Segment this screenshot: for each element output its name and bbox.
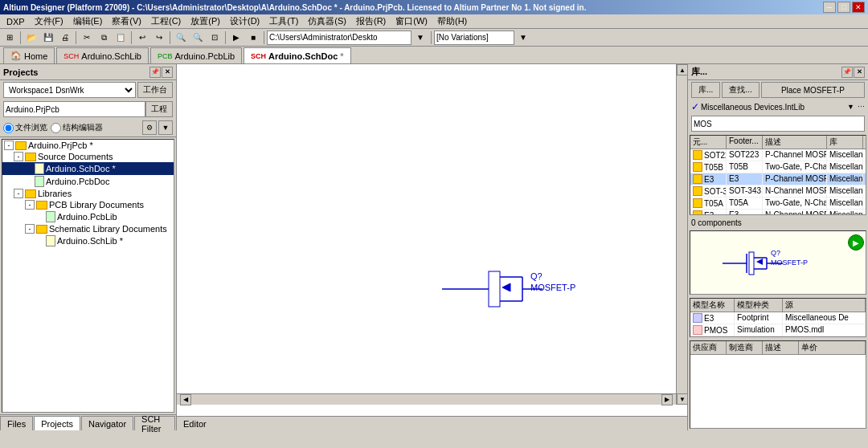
dropdown-arrow[interactable]: ▼ <box>847 103 854 111</box>
supplier-col-supplier: 供应商 <box>690 341 727 354</box>
rp-title-text: 库... <box>691 66 707 78</box>
more-btn[interactable]: ⋯ <box>858 103 865 111</box>
menu-place[interactable]: 放置(P) <box>186 14 225 28</box>
menu-dxp[interactable]: DXP <box>2 16 30 27</box>
maximize-button[interactable]: □ <box>837 2 850 13</box>
panel-pin[interactable]: 📌 <box>149 67 161 78</box>
tab-home[interactable]: 🏠 Home <box>3 47 55 63</box>
search-button[interactable]: 查找... <box>722 82 759 98</box>
tab-schlib[interactable]: SCH Arduino.SchLib <box>56 47 149 63</box>
component-search[interactable] <box>691 116 865 132</box>
result-row-1[interactable]: T05B T05B Two-Gate, P-Chan Miscellan <box>690 161 866 173</box>
tb-fit[interactable]: ⊡ <box>207 30 223 46</box>
panel-close[interactable]: ✕ <box>162 67 173 78</box>
tb-zoom-in[interactable]: 🔍 <box>173 30 189 46</box>
tb-cut[interactable]: ✂ <box>79 30 95 46</box>
tb-redo[interactable]: ↪ <box>151 30 167 46</box>
view-file-radio[interactable] <box>3 123 14 133</box>
tree-schlib[interactable]: Arduino.SchLib * <box>2 234 174 247</box>
tb-copy[interactable]: ⧉ <box>96 30 112 46</box>
bottom-tab-schfilter[interactable]: SCH Filter <box>134 416 175 430</box>
place-button[interactable]: Place MOSFET-P <box>761 82 865 98</box>
editor-area[interactable]: Q? MOSFET-P ◀ ▶ ▲ ▼ <box>177 64 687 416</box>
lib-button[interactable]: 库... <box>691 82 720 98</box>
tb-stop[interactable]: ■ <box>245 30 261 46</box>
rp-controls: 📌 ✕ <box>841 67 865 78</box>
tb-paste[interactable]: 📋 <box>113 30 129 46</box>
model-row-0[interactable]: E3 Footprint Miscellaneous De <box>690 312 866 324</box>
tree-pcblib[interactable]: Arduino.PcbLib <box>2 210 174 223</box>
comp-icon-5 <box>693 210 702 215</box>
result-row-3[interactable]: SOT-343 SOT-343 N-Channel MOSFE Miscella… <box>690 185 866 198</box>
tree-schdoc[interactable]: Arduino.SchDoc * <box>2 162 174 175</box>
path-input[interactable] <box>267 31 411 45</box>
result-row-2[interactable]: E3 E3 P-Channel MOSFE Miscellan <box>690 173 866 185</box>
variations-input[interactable] <box>434 31 514 45</box>
tb-save[interactable]: 💾 <box>40 30 56 46</box>
result-row-0[interactable]: SOT223 SOT223 P-Channel MOSFE Miscellan <box>690 149 866 161</box>
expand-source[interactable]: - <box>14 152 23 161</box>
menu-sim[interactable]: 仿真器(S) <box>303 14 351 28</box>
expand-pcblibdocs[interactable]: - <box>25 200 35 210</box>
tb-zoom-out[interactable]: 🔍 <box>190 30 206 46</box>
tb-open[interactable]: 📂 <box>23 30 39 46</box>
view-icon-btn2[interactable]: ▼ <box>158 120 173 135</box>
tree-libraries[interactable]: - Libraries <box>2 188 174 199</box>
workspace-button[interactable]: 工作台 <box>137 82 173 98</box>
tree-source-docs[interactable]: - Source Documents <box>2 151 174 162</box>
result-row-4[interactable]: T05A T05A Two-Gate, N-Chan Miscellan <box>690 198 866 210</box>
schlib-icon: SCH <box>63 52 79 60</box>
menu-tools[interactable]: 工具(T) <box>264 14 303 28</box>
tab-pcblib[interactable]: PCB Arduino.PcbLib <box>150 47 242 63</box>
menu-file[interactable]: 文件(F) <box>30 14 68 28</box>
close-button[interactable]: ✕ <box>852 2 865 13</box>
rp-close[interactable]: ✕ <box>854 67 865 78</box>
menu-design[interactable]: 设计(D) <box>225 14 264 28</box>
tb-var-btn[interactable]: ▼ <box>515 30 531 46</box>
vscroll-down[interactable]: ▼ <box>677 393 687 405</box>
results-header: 元... Footer... 描述 库 <box>690 136 866 149</box>
col-lib: 库 <box>827 136 863 149</box>
minimize-button[interactable]: ─ <box>823 2 836 13</box>
project-button[interactable]: 工程 <box>145 101 173 117</box>
tree-sch-lib-docs[interactable]: - Schematic Library Documents <box>2 223 174 234</box>
tb-browse[interactable]: ▼ <box>412 30 428 46</box>
tb-icon1[interactable]: ⊞ <box>2 30 18 46</box>
vscroll-up[interactable]: ▲ <box>677 64 687 75</box>
tab-schdoc[interactable]: SCH Arduino.SchDoc * <box>244 47 350 63</box>
rp-pin[interactable]: 📌 <box>841 67 853 78</box>
expand-root[interactable]: - <box>4 141 14 150</box>
tb-run[interactable]: ▶ <box>228 30 244 46</box>
view-editor-radio[interactable] <box>51 123 61 133</box>
bottom-tab-projects[interactable]: Projects <box>34 416 80 430</box>
editor-canvas[interactable]: Q? MOSFET-P <box>177 64 687 416</box>
vscroll-track[interactable] <box>677 75 687 393</box>
hscroll-left[interactable]: ◀ <box>180 394 191 405</box>
menu-edit[interactable]: 编辑(E) <box>68 14 108 28</box>
bottom-tab-files[interactable]: Files <box>0 416 33 430</box>
view-editor-label[interactable]: 结构编辑器 <box>51 122 103 133</box>
hscroll-right[interactable]: ▶ <box>661 394 673 405</box>
tree-root[interactable]: - Arduino.PrjPcb * <box>2 140 174 151</box>
model-row-1[interactable]: PMOS Simulation PMOS.mdl <box>690 324 866 336</box>
workspace-select[interactable]: Workspace1 DsnWrk <box>3 82 136 98</box>
bottom-tab-navigator[interactable]: Navigator <box>81 416 133 430</box>
rp-title-bar: 库... 📌 ✕ <box>688 64 868 80</box>
view-file-label[interactable]: 文件浏览 <box>3 122 47 133</box>
menu-project[interactable]: 工程(C) <box>146 14 186 28</box>
view-icon-btn1[interactable]: ⚙ <box>142 120 157 135</box>
green-action-button[interactable]: ▶ <box>848 234 864 250</box>
tb-undo[interactable]: ↩ <box>134 30 150 46</box>
menu-report[interactable]: 报告(R) <box>351 14 391 28</box>
result-row-5[interactable]: E3 E3 N-Channel MOSFE Miscellan <box>690 210 866 215</box>
expand-libraries[interactable]: - <box>14 189 23 198</box>
library-name: Miscellaneous Devices.IntLib <box>701 103 845 112</box>
expand-schlibdocs[interactable]: - <box>25 224 35 234</box>
tree-pcb-lib-docs[interactable]: - PCB Library Documents <box>2 199 174 210</box>
tree-pcbdoc[interactable]: Arduino.PcbDoc <box>2 175 174 188</box>
project-input[interactable] <box>3 101 145 117</box>
menu-view[interactable]: 察看(V) <box>107 14 146 28</box>
menu-help[interactable]: 帮助(H) <box>432 14 472 28</box>
menu-window[interactable]: 窗口(W) <box>391 14 432 28</box>
tb-print[interactable]: 🖨 <box>57 30 73 46</box>
